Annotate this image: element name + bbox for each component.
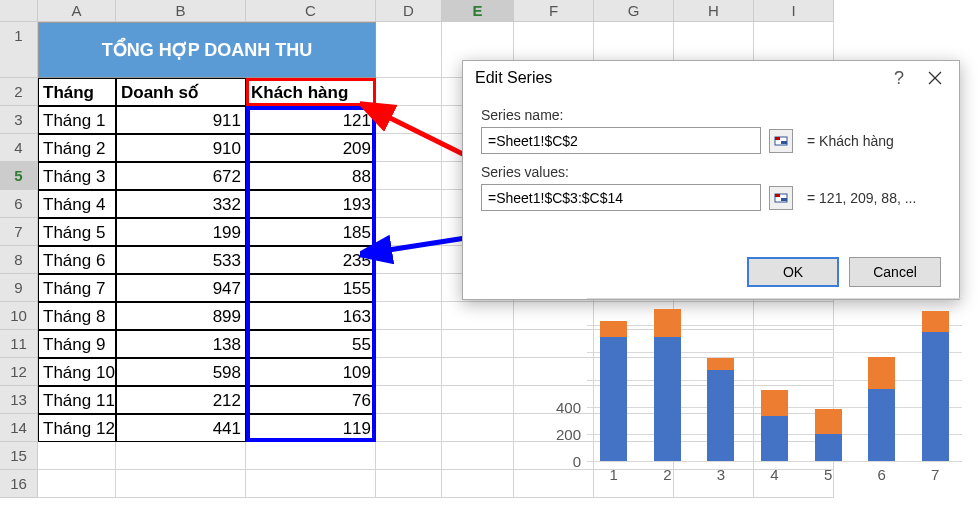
empty-cell[interactable] [442,330,514,358]
row-header-14[interactable]: 14 [0,414,38,442]
row-header-6[interactable]: 6 [0,190,38,218]
empty-cell[interactable] [376,106,442,134]
table-cell[interactable]: Tháng 4 [38,190,116,218]
row-header-11[interactable]: 11 [0,330,38,358]
row-header-12[interactable]: 12 [0,358,38,386]
empty-cell[interactable] [376,302,442,330]
empty-cell[interactable] [442,386,514,414]
table-cell[interactable]: 155 [246,274,376,302]
row-header-2[interactable]: 2 [0,78,38,106]
row-header-5[interactable]: 5 [0,162,38,190]
empty-cell[interactable] [376,134,442,162]
table-cell[interactable]: Tháng 11 [38,386,116,414]
ok-button[interactable]: OK [747,257,839,287]
empty-cell[interactable] [246,470,376,498]
empty-cell[interactable] [38,442,116,470]
row-header-16[interactable]: 16 [0,470,38,498]
empty-cell[interactable] [442,442,514,470]
col-header-I[interactable]: I [754,0,834,22]
empty-cell[interactable] [376,414,442,442]
empty-cell[interactable] [442,358,514,386]
bar-chart[interactable]: 02004001234567 [537,298,967,518]
table-cell[interactable]: 199 [116,218,246,246]
empty-cell[interactable] [116,442,246,470]
empty-cell[interactable] [376,358,442,386]
empty-cell[interactable] [116,470,246,498]
col-header-E[interactable]: E [442,0,514,22]
row-header-13[interactable]: 13 [0,386,38,414]
table-cell[interactable]: Tháng 6 [38,246,116,274]
table-cell[interactable]: 441 [116,414,246,442]
col-header-D[interactable]: D [376,0,442,22]
table-cell[interactable]: Tháng 8 [38,302,116,330]
select-all-corner[interactable] [0,0,38,22]
table-cell[interactable]: 55 [246,330,376,358]
empty-cell[interactable] [376,330,442,358]
empty-cell[interactable] [376,78,442,106]
row-header-10[interactable]: 10 [0,302,38,330]
empty-cell[interactable] [376,190,442,218]
row-header-4[interactable]: 4 [0,134,38,162]
empty-cell[interactable] [376,386,442,414]
table-cell[interactable]: 163 [246,302,376,330]
col-header-A[interactable]: A [38,0,116,22]
col-header-G[interactable]: G [594,0,674,22]
series-values-input[interactable] [481,184,761,211]
empty-cell[interactable] [376,246,442,274]
row-header-9[interactable]: 9 [0,274,38,302]
table-cell[interactable]: 332 [116,190,246,218]
row-header-8[interactable]: 8 [0,246,38,274]
col-header-F[interactable]: F [514,0,594,22]
table-cell[interactable]: 910 [116,134,246,162]
table-cell[interactable]: Tháng 7 [38,274,116,302]
table-header-a[interactable]: Tháng [38,78,116,106]
table-cell[interactable]: 193 [246,190,376,218]
table-header-c[interactable]: Khách hàng [246,78,376,106]
dialog-help-button[interactable]: ? [883,63,915,93]
table-cell[interactable]: 88 [246,162,376,190]
empty-cell[interactable] [442,414,514,442]
table-header-b[interactable]: Doanh số [116,78,246,106]
table-cell[interactable]: Tháng 12 [38,414,116,442]
table-cell[interactable]: 121 [246,106,376,134]
table-cell[interactable]: 672 [116,162,246,190]
title-merged-cell[interactable]: TỔNG HỢP DOANH THU [38,22,376,78]
empty-cell[interactable] [246,442,376,470]
empty-cell[interactable] [442,470,514,498]
empty-cell[interactable] [442,302,514,330]
table-cell[interactable]: 185 [246,218,376,246]
table-cell[interactable]: 533 [116,246,246,274]
empty-cell[interactable] [38,470,116,498]
col-header-B[interactable]: B [116,0,246,22]
table-cell[interactable]: 212 [116,386,246,414]
table-cell[interactable]: 209 [246,134,376,162]
table-cell[interactable]: 899 [116,302,246,330]
table-cell[interactable]: 911 [116,106,246,134]
col-header-C[interactable]: C [246,0,376,22]
cancel-button[interactable]: Cancel [849,257,941,287]
row-header-1[interactable]: 1 [0,22,38,78]
series-name-refedit-button[interactable] [769,129,793,153]
col-header-H[interactable]: H [674,0,754,22]
table-cell[interactable]: Tháng 3 [38,162,116,190]
empty-cell[interactable] [376,218,442,246]
empty-cell[interactable] [376,22,442,78]
table-cell[interactable]: Tháng 1 [38,106,116,134]
table-cell[interactable]: 235 [246,246,376,274]
empty-cell[interactable] [376,470,442,498]
row-header-7[interactable]: 7 [0,218,38,246]
empty-cell[interactable] [376,162,442,190]
series-values-refedit-button[interactable] [769,186,793,210]
table-cell[interactable]: 947 [116,274,246,302]
table-cell[interactable]: 119 [246,414,376,442]
empty-cell[interactable] [376,442,442,470]
table-cell[interactable]: 598 [116,358,246,386]
table-cell[interactable]: Tháng 9 [38,330,116,358]
table-cell[interactable]: 76 [246,386,376,414]
row-header-3[interactable]: 3 [0,106,38,134]
dialog-close-button[interactable] [919,63,951,93]
row-header-15[interactable]: 15 [0,442,38,470]
table-cell[interactable]: Tháng 5 [38,218,116,246]
empty-cell[interactable] [376,274,442,302]
table-cell[interactable]: Tháng 10 [38,358,116,386]
